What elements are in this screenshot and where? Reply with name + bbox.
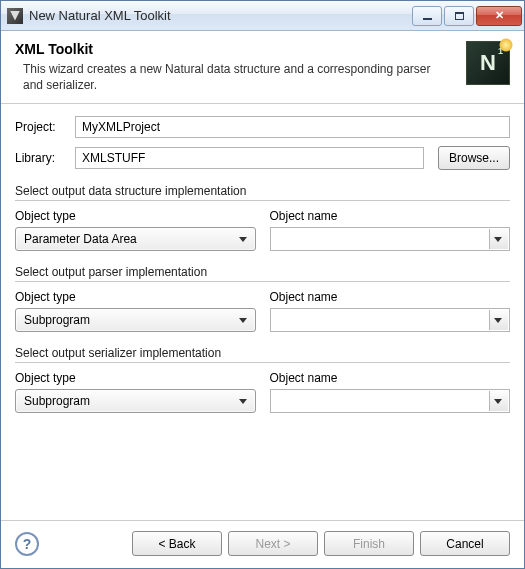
object-name-label: Object name bbox=[270, 209, 511, 223]
wizard-content: Project: Library: Browse... Select outpu… bbox=[1, 104, 524, 520]
project-field[interactable] bbox=[75, 116, 510, 138]
project-label: Project: bbox=[15, 120, 67, 134]
object-type-label: Object type bbox=[15, 290, 256, 304]
browse-button[interactable]: Browse... bbox=[438, 146, 510, 170]
group-parser: Select output parser implementation Obje… bbox=[15, 265, 510, 332]
wizard-footer: ? < Back Next > Finish Cancel bbox=[1, 520, 524, 568]
group-title: Select output serializer implementation bbox=[15, 346, 510, 363]
object-type-label: Object type bbox=[15, 209, 256, 223]
window-controls: ✕ bbox=[412, 6, 522, 26]
minimize-button[interactable] bbox=[412, 6, 442, 26]
finish-button[interactable]: Finish bbox=[324, 531, 414, 556]
object-type-label: Object type bbox=[15, 371, 256, 385]
object-name-label: Object name bbox=[270, 290, 511, 304]
help-icon[interactable]: ? bbox=[15, 532, 39, 556]
parser-type-select[interactable]: Subprogram bbox=[15, 308, 256, 332]
titlebar: New Natural XML Toolkit ✕ bbox=[1, 1, 524, 31]
parser-name-combo[interactable] bbox=[270, 308, 511, 332]
group-data-structure: Select output data structure implementat… bbox=[15, 184, 510, 251]
library-field[interactable] bbox=[75, 147, 424, 169]
xml-toolkit-icon: N 1 bbox=[466, 41, 510, 85]
wizard-window: New Natural XML Toolkit ✕ XML Toolkit Th… bbox=[0, 0, 525, 569]
cancel-button[interactable]: Cancel bbox=[420, 531, 510, 556]
group-title: Select output parser implementation bbox=[15, 265, 510, 282]
header-title: XML Toolkit bbox=[15, 41, 454, 57]
library-label: Library: bbox=[15, 151, 67, 165]
serializer-name-combo[interactable] bbox=[270, 389, 511, 413]
object-name-label: Object name bbox=[270, 371, 511, 385]
group-title: Select output data structure implementat… bbox=[15, 184, 510, 201]
header-description: This wizard creates a new Natural data s… bbox=[15, 61, 454, 93]
close-button[interactable]: ✕ bbox=[476, 6, 522, 26]
next-button[interactable]: Next > bbox=[228, 531, 318, 556]
window-title: New Natural XML Toolkit bbox=[29, 8, 412, 23]
data-structure-name-combo[interactable] bbox=[270, 227, 511, 251]
group-serializer: Select output serializer implementation … bbox=[15, 346, 510, 413]
back-button[interactable]: < Back bbox=[132, 531, 222, 556]
wizard-header: XML Toolkit This wizard creates a new Na… bbox=[1, 31, 524, 104]
app-icon bbox=[7, 8, 23, 24]
data-structure-type-select[interactable]: Parameter Data Area bbox=[15, 227, 256, 251]
maximize-button[interactable] bbox=[444, 6, 474, 26]
serializer-type-select[interactable]: Subprogram bbox=[15, 389, 256, 413]
